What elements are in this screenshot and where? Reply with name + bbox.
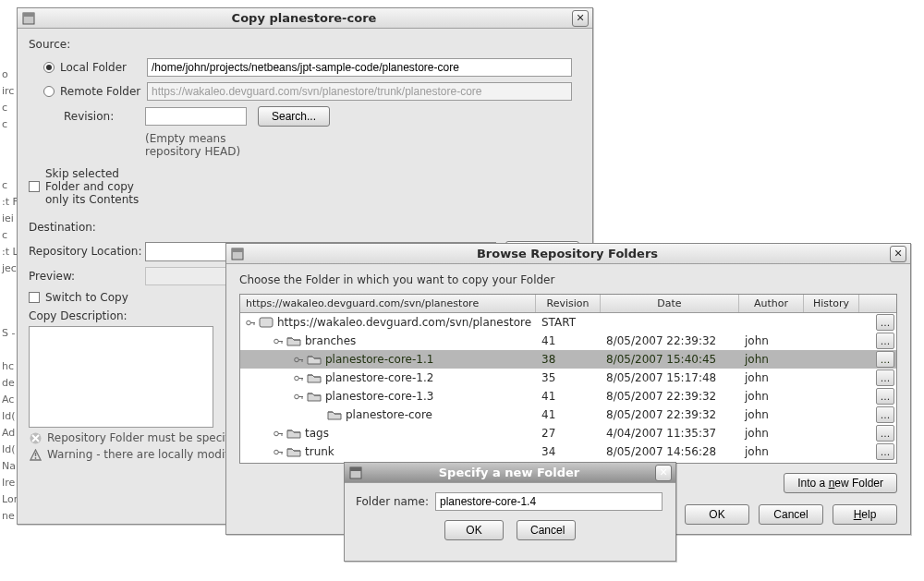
row-author: john	[739, 408, 804, 421]
svg-point-17	[295, 357, 299, 362]
folder-name-label: Folder name:	[356, 495, 435, 508]
remote-folder-radio[interactable]	[43, 86, 55, 97]
folder-icon	[327, 409, 340, 420]
history-ellipsis-button[interactable]: ...	[876, 351, 894, 368]
svg-point-7	[34, 457, 36, 459]
row-date: 8/05/2007 22:39:32	[601, 334, 739, 347]
browse-titlebar[interactable]: Browse Repository Folders ✕	[226, 244, 910, 264]
local-folder-field[interactable]	[147, 58, 572, 77]
row-date: 8/05/2007 15:40:45	[601, 353, 739, 366]
description-textarea[interactable]	[29, 326, 213, 428]
folder-icon	[307, 372, 320, 383]
row-name: https://wakaleo.devguard.com/svn/planest…	[277, 316, 531, 329]
copy-titlebar[interactable]: Copy planestore-core ✕	[18, 8, 592, 29]
bg-text: iei	[2, 211, 14, 227]
col-date[interactable]: Date	[601, 295, 739, 312]
help-button[interactable]: Help	[833, 504, 897, 525]
table-row[interactable]: planestore-core418/05/2007 22:39:32john.…	[240, 405, 896, 424]
folder-icon	[286, 446, 299, 457]
table-row[interactable]: tags274/04/2007 11:35:37john...	[240, 424, 896, 442]
svg-rect-33	[350, 467, 361, 471]
col-url[interactable]: https://wakaleo.devguard.com/svn/planest…	[240, 295, 536, 312]
tree-toggle-icon[interactable]	[274, 448, 283, 456]
history-ellipsis-button[interactable]: ...	[876, 369, 894, 386]
col-author[interactable]: Author	[739, 295, 804, 312]
folder-icon	[286, 428, 299, 439]
row-name: tags	[305, 427, 329, 440]
switch-checkbox[interactable]	[29, 292, 40, 303]
repo-location-label: Repository Location:	[29, 245, 145, 258]
table-row[interactable]: https://wakaleo.devguard.com/svn/planest…	[240, 313, 896, 332]
remote-folder-field	[147, 82, 572, 101]
row-date: 8/05/2007 22:39:32	[601, 390, 739, 403]
new-folder-titlebar[interactable]: Specify a new Folder ✕	[345, 463, 675, 483]
cancel-button[interactable]: Cancel	[517, 520, 576, 540]
into-new-folder-button[interactable]: Into a new Folder	[784, 473, 897, 493]
bg-text: Ac	[2, 392, 14, 408]
tree-toggle-icon[interactable]	[246, 319, 255, 327]
source-label: Source:	[29, 38, 581, 51]
svg-rect-1	[23, 13, 34, 17]
preview-label: Preview:	[29, 270, 145, 283]
tree-toggle-icon[interactable]	[294, 393, 303, 401]
row-author: john	[739, 445, 804, 458]
destination-label: Destination:	[29, 221, 581, 234]
folder-name-field[interactable]	[435, 492, 663, 511]
tree-toggle-icon[interactable]	[294, 374, 303, 382]
ok-button[interactable]: OK	[444, 520, 504, 540]
tree-toggle-icon[interactable]	[274, 430, 283, 438]
remote-folder-label: Remote Folder	[60, 85, 147, 98]
row-author: john	[739, 353, 804, 366]
history-ellipsis-button[interactable]: ...	[876, 443, 894, 460]
svg-point-29	[274, 450, 279, 454]
row-author: john	[739, 390, 804, 403]
svg-point-23	[295, 394, 299, 399]
row-revision: 35	[536, 371, 601, 384]
close-icon[interactable]: ✕	[572, 10, 589, 27]
folder-icon	[307, 354, 320, 365]
history-ellipsis-button[interactable]: ...	[876, 425, 894, 442]
col-revision[interactable]: Revision	[536, 295, 601, 312]
bg-text: c	[2, 100, 7, 116]
row-revision: 27	[536, 427, 601, 440]
bg-text: Na	[2, 458, 16, 475]
row-name: planestore-core-1.2	[325, 371, 433, 384]
skip-folder-checkbox[interactable]	[29, 181, 40, 192]
switch-label: Switch to Copy	[45, 291, 147, 304]
search-button[interactable]: Search...	[258, 106, 330, 127]
col-history[interactable]: History	[804, 295, 859, 312]
history-ellipsis-button[interactable]: ...	[876, 333, 894, 349]
close-icon[interactable]: ✕	[890, 246, 906, 262]
bg-text: Ire	[2, 475, 15, 491]
bg-text: Id(	[2, 442, 16, 458]
row-name: branches	[305, 334, 356, 347]
revision-field[interactable]	[145, 107, 247, 126]
row-name: planestore-core	[346, 408, 432, 421]
row-author: john	[739, 334, 804, 347]
table-row[interactable]: branches418/05/2007 22:39:32john...	[240, 332, 896, 350]
row-date: 4/04/2007 11:35:37	[601, 427, 739, 440]
window-icon	[21, 11, 36, 26]
new-folder-title: Specify a new Folder	[363, 466, 655, 479]
tree-toggle-icon[interactable]	[294, 356, 303, 364]
cancel-button[interactable]: Cancel	[759, 504, 823, 525]
row-revision: 41	[536, 334, 601, 347]
row-author: john	[739, 427, 804, 440]
history-ellipsis-button[interactable]: ...	[876, 314, 894, 331]
revision-label: Revision:	[29, 110, 145, 123]
table-row[interactable]: planestore-core-1.3418/05/2007 22:39:32j…	[240, 387, 896, 405]
table-row[interactable]: trunk348/05/2007 14:56:28john...	[240, 442, 896, 461]
local-folder-radio[interactable]	[43, 62, 55, 73]
history-ellipsis-button[interactable]: ...	[876, 388, 894, 405]
close-icon[interactable]: ✕	[655, 465, 672, 481]
ok-button[interactable]: OK	[685, 504, 749, 525]
bg-text: c	[2, 177, 7, 194]
table-row[interactable]: planestore-core-1.1388/05/2007 15:40:45j…	[240, 350, 896, 369]
row-revision: 41	[536, 408, 601, 421]
table-row[interactable]: planestore-core-1.2358/05/2007 15:17:48j…	[240, 369, 896, 387]
local-folder-label: Local Folder	[60, 61, 147, 74]
tree-toggle-icon[interactable]	[274, 337, 283, 345]
history-ellipsis-button[interactable]: ...	[876, 406, 894, 423]
repo-tree-table[interactable]: https://wakaleo.devguard.com/svn/planest…	[239, 294, 897, 464]
svg-point-20	[295, 376, 299, 381]
